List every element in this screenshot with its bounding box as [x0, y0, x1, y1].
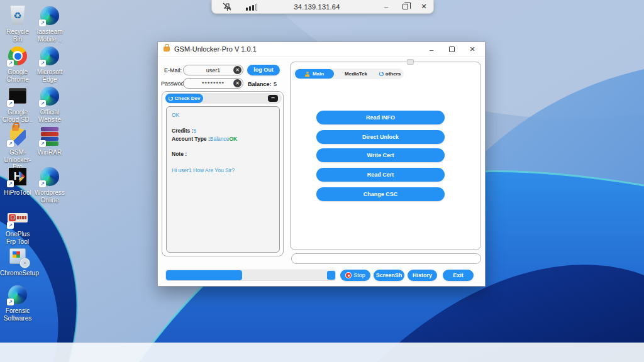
platform-tab-strip: Main MediaTek others — [293, 69, 404, 79]
refresh-icon — [379, 72, 384, 76]
history-button[interactable]: History — [408, 270, 437, 281]
desktop-icon-forensic-softwares[interactable]: ↗ Forensic Softwares — [1, 284, 34, 322]
shortcut-arrow-icon: ↗ — [39, 140, 46, 147]
read-cert-button[interactable]: Read Cert — [316, 168, 445, 182]
person-icon — [305, 72, 310, 77]
account-type-status: OK — [229, 136, 237, 142]
group-checkbox[interactable] — [407, 59, 414, 65]
shortcut-arrow-icon: ↗ — [39, 60, 46, 67]
desktop-icon-google-cloud-sdk[interactable]: ↗ Google Cloud SD.. — [1, 85, 34, 123]
log-greeting: Hi user1 How Are You Sir? — [172, 167, 274, 173]
logout-button[interactable]: log Out — [247, 65, 280, 75]
progress-marquee-chip — [327, 271, 335, 280]
tab-check-dev[interactable]: Check Dev — [165, 94, 203, 103]
device-tab-strip: Check Dev – — [165, 93, 282, 104]
log-output-area: OK Credits :5 Account Type :BalanceOK No… — [166, 106, 280, 253]
window-minimize-button[interactable]: – — [422, 42, 441, 57]
remote-restore-button[interactable] — [396, 1, 414, 13]
write-cert-button[interactable]: Write Cert — [316, 148, 445, 162]
connection-signal-icon — [246, 3, 257, 11]
remote-session-bar: 34.139.131.64 – ✕ — [211, 0, 434, 14]
desktop-screen: 34.139.131.64 – ✕ ♻ Recycle Bin ↗ Iaaste… — [0, 0, 644, 362]
check-dev-label: Check Dev — [175, 96, 201, 101]
progress-bar — [165, 270, 336, 281]
stop-icon — [345, 272, 352, 278]
desktop-icon-wordpress-online[interactable]: ↗ Wordpress Online — [33, 166, 66, 204]
exit-button[interactable]: Exit — [443, 270, 474, 281]
log-account-line: Account Type :BalanceOK — [172, 135, 274, 143]
direct-unlock-button[interactable]: Direct Unlock — [316, 130, 445, 144]
window-maximize-button[interactable] — [442, 42, 461, 57]
read-info-button[interactable]: Read INFO — [316, 111, 445, 124]
note-label: Note : — [172, 151, 274, 157]
tab-others[interactable]: others — [376, 69, 404, 79]
desktop-icon-gsm-unlocker-pro[interactable]: ↗ GSM-Unlocker-Pro — [1, 126, 34, 171]
log-credits-line: Credits :5 — [172, 127, 274, 135]
recycle-bin-icon: ♻ — [9, 6, 26, 25]
taskbar: 3:36 PM 11/15/2025 — [0, 343, 644, 362]
shortcut-arrow-icon: ↗ — [7, 60, 14, 67]
desktop-icon-recycle-bin[interactable]: ♻ Recycle Bin — [1, 5, 34, 43]
desktop-icon-iaasteam-mobile[interactable]: ↗ Iaasteam Mobile .. — [33, 5, 66, 43]
tab-others-label: others — [386, 71, 401, 77]
stop-button[interactable]: Stop — [340, 270, 370, 281]
desktop-icon-chromesetup[interactable]: ChromeSetup — [0, 246, 38, 277]
clear-email-icon[interactable]: ✕ — [233, 66, 242, 74]
screenshot-button[interactable]: ScreenSh — [374, 270, 404, 281]
progress-fill — [166, 270, 242, 280]
shortcut-arrow-icon: ↗ — [7, 222, 14, 229]
status-strip — [291, 253, 481, 264]
desktop-icon-oneplus-frp-tool[interactable]: ↗ OnePlus Frp Tool — [1, 207, 34, 245]
oneplus-logo-icon — [8, 213, 28, 222]
balance-value: 5 — [274, 81, 277, 87]
clear-password-icon[interactable]: ✕ — [233, 79, 242, 87]
device-log-group: Check Dev – OK Credits :5 Account Type :… — [162, 91, 284, 256]
app-lock-icon — [164, 47, 170, 52]
balance-label: Balance: — [248, 81, 272, 87]
log-status: OK — [172, 112, 274, 118]
remote-ip-address: 34.139.131.64 — [257, 3, 377, 11]
maximize-icon — [449, 47, 455, 52]
window-titlebar[interactable]: GSM-Unlocker-Pro V 1.0.1 – ✕ — [158, 42, 485, 57]
restore-icon — [402, 4, 408, 9]
lock-icon — [12, 125, 19, 131]
shortcut-arrow-icon: ↗ — [7, 100, 14, 107]
email-label: E-Mail: — [164, 67, 182, 74]
cd-disc-icon — [19, 258, 30, 268]
shortcut-arrow-icon: ↗ — [39, 100, 46, 107]
credits-label: Credits : — [172, 128, 193, 134]
desktop-icon-hiprotool[interactable]: H ↗ HiProTool — [1, 166, 34, 197]
unpin-icon[interactable] — [222, 3, 232, 11]
shortcut-arrow-icon: ↗ — [7, 180, 14, 187]
window-close-button[interactable]: ✕ — [462, 42, 482, 57]
remote-minimize-button[interactable]: – — [377, 1, 396, 13]
account-type-value: Balance — [210, 136, 230, 142]
password-label: Passwod: — [161, 80, 186, 87]
desktop-icon-microsoft-edge[interactable]: ↗ Microsoft Edge — [33, 45, 66, 83]
stop-label: Stop — [353, 272, 365, 278]
shortcut-arrow-icon: ↗ — [39, 180, 46, 187]
account-type-label: Account Type : — [172, 136, 210, 142]
change-csc-button[interactable]: Change CSC — [316, 187, 445, 201]
tab-main-label: Main — [313, 71, 324, 77]
desktop-icon-google-chrome[interactable]: ↗ Google Chrome — [1, 45, 34, 83]
window-title: GSM-Unlocker-Pro V 1.0.1 — [174, 42, 257, 57]
desktop-icon-winrar[interactable]: ↗ WinRAR — [33, 126, 66, 156]
credits-value: 5 — [193, 128, 196, 134]
tab-mediatek[interactable]: MediaTek — [337, 69, 375, 79]
gsm-unlocker-window: GSM-Unlocker-Pro V 1.0.1 – ✕ E-Mail: ✕ l… — [157, 41, 486, 287]
shortcut-arrow-icon: ↗ — [39, 19, 46, 26]
tab-main[interactable]: Main — [295, 69, 334, 79]
desktop-icon-official-website[interactable]: ↗ Official Website — [33, 85, 66, 123]
refresh-icon — [169, 96, 173, 101]
shortcut-arrow-icon: ↗ — [7, 299, 14, 305]
remote-close-button[interactable]: ✕ — [414, 1, 433, 13]
shortcut-arrow-icon: ↗ — [7, 140, 14, 147]
collapse-log-button[interactable]: – — [268, 95, 278, 102]
